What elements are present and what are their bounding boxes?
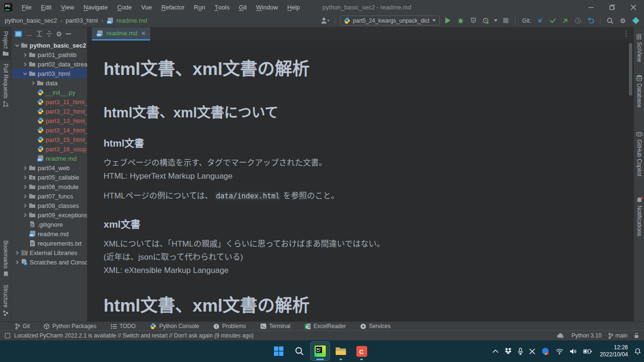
tree-chevron-down-icon[interactable]: [14, 43, 20, 48]
event-log-icon[interactable]: [5, 333, 10, 338]
tree-item-part05-callable[interactable]: part05_callable: [12, 173, 87, 182]
tray-chevron-up-icon[interactable]: [492, 349, 499, 353]
taskbar-clock[interactable]: 12:26 2022/10/04: [600, 344, 628, 358]
tree-chevron-right-icon[interactable]: [14, 251, 20, 255]
tree-item-part02-data-stream[interactable]: part02_data_stream: [12, 59, 87, 69]
close-icon[interactable]: [623, 0, 644, 14]
git-update-icon[interactable]: [535, 16, 545, 26]
menu-edit[interactable]: Edit: [36, 0, 56, 14]
run-button[interactable]: [443, 16, 452, 26]
tree-chevron-right-icon[interactable]: [30, 81, 36, 85]
git-branch-widget[interactable]: main: [608, 332, 628, 339]
panel-settings-gear-icon[interactable]: ⚙: [56, 31, 62, 37]
user-account-icon[interactable]: [321, 16, 330, 26]
menu-vue[interactable]: Vue: [137, 0, 157, 14]
cloud-sync-icon[interactable]: [557, 333, 565, 338]
profiler-button[interactable]: [481, 16, 491, 26]
project-view-select[interactable]: [15, 31, 22, 37]
tree-chevron-right-icon[interactable]: [22, 185, 28, 189]
rollback-icon[interactable]: [586, 16, 596, 26]
tool-stripe-project[interactable]: Project: [0, 27, 12, 60]
tray-dropbox-icon[interactable]: [505, 348, 512, 354]
tree-item--init-py[interactable]: __init__.py: [12, 88, 87, 97]
taskbar-pycharm-icon[interactable]: PC: [311, 342, 330, 361]
settings-gear-icon[interactable]: ⚙: [618, 16, 628, 26]
git-push-icon[interactable]: [561, 16, 570, 26]
tool-window-button-python-packages[interactable]: Python Packages: [44, 323, 96, 329]
tree-item-part3-14-html-c[interactable]: part3_14_html_c: [12, 125, 87, 135]
tool-window-button-terminal[interactable]: Terminal: [260, 323, 290, 329]
tree-item-external-libraries[interactable]: External Libraries: [12, 248, 87, 257]
tree-item-readme-md[interactable]: MDreadme.md: [12, 154, 87, 163]
git-commit-icon[interactable]: [548, 16, 557, 26]
breadcrumb-item[interactable]: python_basic_sec2: [5, 17, 57, 24]
tab-readme[interactable]: MD readme.md ✕: [92, 27, 150, 41]
expand-all-icon[interactable]: [36, 31, 42, 37]
editor-scrollbar[interactable]: [629, 43, 632, 96]
menu-navigate[interactable]: Navigate: [79, 0, 113, 14]
tool-stripe-notifications[interactable]: Notifications: [634, 193, 644, 240]
tool-stripe-structure[interactable]: Structure: [0, 281, 12, 320]
tree-item-part3-15-html-ta[interactable]: part3_15_html_ta: [12, 135, 87, 144]
tree-item-scratches-and-consoles[interactable]: Scratches and Consoles: [12, 257, 87, 267]
tree-chevron-right-icon[interactable]: [22, 175, 28, 180]
tree-item-part06-module[interactable]: part06_module: [12, 182, 87, 191]
more-options-icon[interactable]: …: [26, 30, 32, 37]
taskbar-explorer-icon[interactable]: [331, 342, 350, 361]
chevron-down-icon[interactable]: [494, 19, 498, 22]
coverage-button[interactable]: [468, 16, 478, 26]
lock-icon[interactable]: [634, 333, 639, 338]
tree-item-requirements-txt[interactable]: requirements.txt: [12, 239, 87, 248]
menu-tools[interactable]: Tools: [210, 0, 234, 14]
tray-microphone-icon[interactable]: [518, 348, 523, 355]
tree-item--gitignore[interactable]: .gitignore: [12, 220, 87, 229]
tree-item-python-basic-sec2[interactable]: python_basic_sec2D:¥: [12, 41, 87, 50]
tree-chevron-right-icon[interactable]: [22, 53, 28, 57]
search-everywhere-icon[interactable]: [605, 16, 615, 26]
menu-file[interactable]: File: [17, 0, 36, 14]
breadcrumb-item[interactable]: part03_html: [65, 17, 98, 24]
menu-help[interactable]: Help: [282, 0, 305, 14]
menu-window[interactable]: Window: [251, 0, 282, 14]
tool-window-button-todo[interactable]: TODO: [111, 323, 136, 329]
tree-chevron-down-icon[interactable]: [22, 72, 28, 76]
tree-item-part07-funcs[interactable]: part07_funcs: [12, 191, 87, 201]
status-message[interactable]: Localized PyCharm 2022.2.1 is available …: [14, 332, 254, 339]
tab-close-icon[interactable]: ✕: [141, 30, 146, 37]
tool-stripe-bookmarks[interactable]: Bookmarks: [0, 237, 12, 281]
taskbar-start-icon[interactable]: [269, 342, 288, 361]
tree-item-part04-web[interactable]: part04_web: [12, 163, 87, 173]
tree-chevron-right-icon[interactable]: [22, 166, 28, 170]
tree-chevron-right-icon[interactable]: [22, 213, 28, 217]
tool-stripe-database[interactable]: Database: [634, 71, 644, 111]
debug-button[interactable]: [456, 16, 465, 26]
tree-item-readme-md[interactable]: MDreadme.md: [12, 229, 87, 239]
tool-stripe-sciview[interactable]: SciView: [634, 30, 644, 66]
breadcrumb-file[interactable]: MDreadme.md: [106, 17, 147, 24]
tool-window-button-git[interactable]: Git: [15, 323, 30, 329]
tree-chevron-right-icon[interactable]: [22, 204, 28, 208]
tool-stripe-github-copilot[interactable]: GitHub Copilot: [634, 128, 644, 180]
menu-view[interactable]: View: [56, 0, 79, 14]
tree-item-part08-classes[interactable]: part08_classes: [12, 201, 87, 210]
menu-run[interactable]: Run: [189, 0, 210, 14]
tree-chevron-right-icon[interactable]: [22, 62, 28, 66]
tray-wifi-icon[interactable]: [555, 348, 564, 354]
python-interpreter[interactable]: Python 3.10: [572, 332, 602, 339]
collapse-all-icon[interactable]: [46, 31, 52, 37]
tree-item-part3-11-html-b[interactable]: part3_11_html_b: [12, 97, 87, 107]
tool-window-button-services[interactable]: Services: [360, 323, 391, 329]
tree-item-part3-13-html-id[interactable]: part3_13_html_id: [12, 116, 87, 125]
menu-git[interactable]: Git: [234, 0, 251, 14]
notification-bell-icon[interactable]: z: [634, 348, 641, 355]
taskbar-search-icon[interactable]: [290, 342, 309, 361]
tree-item-part3-16-soup-r[interactable]: part3_16_soup_r: [12, 144, 87, 154]
tree-chevron-right-icon[interactable]: [14, 260, 20, 264]
tray-browser-ball-icon[interactable]: [541, 347, 549, 355]
tool-window-button-problems[interactable]: Problems: [213, 323, 246, 329]
taskbar-camtasia-icon[interactable]: C: [352, 342, 371, 361]
tool-window-button-python-console[interactable]: Python Console: [150, 323, 199, 329]
menu-refactor[interactable]: Refactor: [157, 0, 189, 14]
stop-button[interactable]: [501, 16, 510, 26]
minimize-icon[interactable]: [580, 0, 602, 14]
